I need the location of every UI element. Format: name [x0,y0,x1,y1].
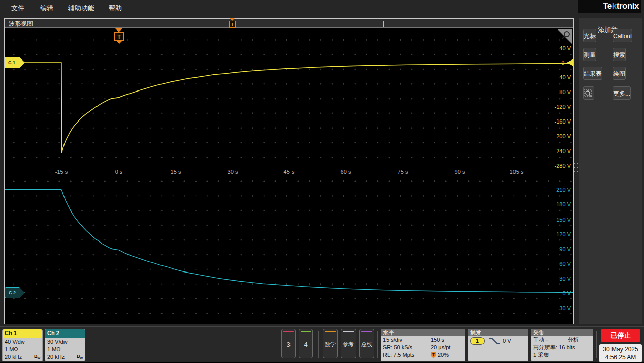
ch3-button[interactable]: 3 [281,329,296,358]
x-tick: 60 s [341,169,351,175]
ch2-tick: 150 V [556,217,571,223]
menu-help[interactable]: 帮助 [109,4,122,13]
plot-area: T 40 V -40 V -80 V -120 V -160 V -200 V … [5,28,573,324]
ch1-tick: -240 V [555,148,571,154]
waveform-svg [5,28,573,324]
horizontal-scale: 15 s/div [383,337,402,343]
ch2-tick: 210 V [556,187,571,193]
add-cursor-button[interactable]: 光标 [583,29,596,42]
ch1-badge-header: Ch 1 [3,329,42,338]
trigger-level: 0 V [503,337,511,345]
ch1-tick: -160 V [555,118,571,125]
ch2-bw-limit-icon: Bw [77,353,83,361]
minimap-trigger-marker[interactable]: T [229,21,236,28]
ch2-tick: 180 V [556,201,571,207]
zoom-region-icon [584,89,594,98]
ch2-tick: 30 V [559,276,571,282]
add-callout-button[interactable]: Callout [613,29,632,42]
more-button[interactable]: 更多... [613,86,631,100]
menu-utility[interactable]: 辅助功能 [68,4,94,13]
ch1-level-arrow-icon[interactable] [567,59,573,66]
settings-bar: Ch 1 40 V/div 1 MΩ 20 kHz Bw Ch 2 30 V/d… [0,326,644,363]
ch2-tick: 0 V [562,290,571,296]
acquisition-detail: 高分辨率: 16 bits [531,344,593,351]
ch1-tick: -40 V [558,74,571,80]
x-tick: -15 s [55,169,68,175]
ch2-tick: -30 V [558,305,571,311]
logo-k-accent: k [612,1,617,11]
minimap-track[interactable] [195,24,383,24]
ch1-handle-label: C 1 [8,60,15,65]
ref-color-stripe [343,331,354,332]
add-plot-button[interactable]: 绘图 [613,67,626,80]
minimap-left-bracket-icon[interactable] [194,21,197,27]
waveform-view-window: 波形视图 T [4,18,574,324]
sidebar-divider [581,84,640,84]
ch1-badge-body: 40 V/div 1 MΩ 20 kHz Bw [3,338,42,361]
ch2-badge[interactable]: Ch 2 30 V/div 1 MΩ 20 kHz Bw [45,329,85,361]
ch1-bw-limit-icon: Bw [34,353,40,361]
add-results-table-button[interactable]: 结果表 [583,67,602,80]
x-tick: 15 s [171,169,181,175]
x-tick: 30 s [228,169,238,175]
horizontal-badge[interactable]: 水平 15 s/div150 s SR: 50 kS/s20 µs/pt RL:… [381,329,465,361]
logo-text: Te [603,1,612,11]
results-bar: 添加新... 光标 Callout 测量 搜索 结果表 绘图 更多... [579,18,642,324]
add-search-button[interactable]: 搜索 [613,48,626,61]
ch1-tick: 40 V [559,45,571,51]
ch1-tick: -200 V [555,133,571,139]
ch2-tick: 90 V [559,246,571,252]
ch1-waveform [5,63,573,153]
math-button[interactable]: 数学 [323,329,338,358]
trigger-marker-pointer-icon [117,41,122,44]
zoom-region-button[interactable] [583,86,594,100]
panel-splitter-handle[interactable] [574,163,579,175]
ch2-waveform [5,189,573,292]
x-tick: 45 s [284,169,295,175]
menu-file[interactable]: 文件 [11,4,24,13]
horizontal-window: 150 s [431,336,444,344]
bus-color-stripe [361,331,372,332]
math-color-stripe [325,331,336,332]
ch2-scale: 30 V/div [47,338,85,346]
bottombar-divider [318,331,319,358]
ch3-button-label: 3 [282,341,295,348]
ch1-tick: -120 V [555,104,571,110]
record-length: RL: 7.5 Mpts [383,352,414,358]
ref-button[interactable]: 参考 [341,329,356,358]
bottombar-divider [377,331,378,358]
acquisition-badge[interactable]: 采集 手动 ·分析 高分辨率: 16 bits 1 采集 [531,329,593,361]
x-tick: 105 s [510,169,524,175]
trigger-position-icon: T [431,352,436,358]
sample-resolution: 20 µs/pt [431,344,450,351]
bus-button[interactable]: 总线 [359,329,374,358]
date-text: 30 May 2025 [599,345,642,353]
x-tick: 75 s [398,169,408,175]
ch4-color-stripe [301,331,311,332]
zoom-corner-button[interactable] [557,29,572,44]
ch2-tick: 120 V [556,231,571,237]
ch2-handle-label: C 2 [9,290,16,295]
trigger-position-percent: 20% [438,351,449,359]
ch3-color-stripe [283,331,294,332]
acquisition-analyze: 分析 [568,336,579,344]
trigger-source-badge: 1 [470,337,485,345]
minimap-right-bracket-icon[interactable] [381,21,384,27]
trigger-title: 触发 [468,329,528,336]
falling-edge-icon [488,337,501,345]
tektronix-logo: Tektronix [578,0,641,13]
menu-edit[interactable]: 编辑 [40,4,53,13]
waveform-view-titlebar[interactable]: 波形视图 T [5,19,573,28]
x-tick: 90 s [455,169,465,175]
run-stop-button[interactable]: 已停止 [601,329,640,342]
trigger-marker[interactable]: T [114,32,124,41]
ch1-badge[interactable]: Ch 1 40 V/div 1 MΩ 20 kHz Bw [2,329,43,361]
trigger-badge[interactable]: 触发 1 0 V [468,329,528,361]
ch1-impedance: 1 MΩ [5,346,42,353]
datetime-display: 30 May 2025 4:56:25 AM [599,344,642,362]
oscilloscope-screen: 文件 编辑 辅助功能 帮助 Tektronix 波形视图 T [0,0,644,363]
ch1-zero-label: 0 [561,60,564,66]
ch4-button[interactable]: 4 [299,329,313,358]
add-measure-button[interactable]: 测量 [583,48,596,61]
acquisition-title: 采集 [531,329,593,336]
